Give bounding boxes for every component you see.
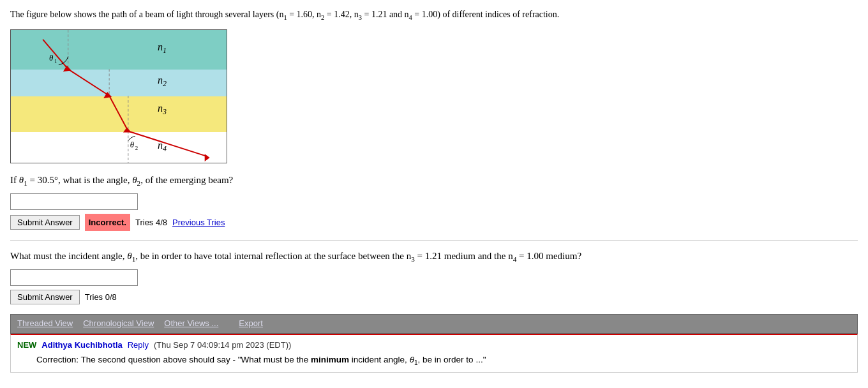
intro-paragraph: The figure below shows the path of a bea… (10, 8, 858, 23)
svg-marker-11 (205, 154, 210, 161)
svg-line-6 (68, 69, 109, 96)
comment-body: Correction: The second question above sh… (17, 354, 851, 368)
new-badge: NEW (17, 340, 36, 350)
svg-line-10 (128, 131, 207, 156)
comment-reply-link[interactable]: Reply (128, 340, 149, 350)
question2-tries: Tries 0/8 (85, 290, 117, 304)
comment-meta: (Thu Sep 7 04:09:14 pm 2023 (EDT)) (154, 340, 291, 350)
comment-header: NEW Adithya Kuchibhotla Reply (Thu Sep 7… (17, 340, 851, 350)
question1-tries: Tries 4/8 (135, 215, 167, 230)
question1-input[interactable] (10, 193, 138, 210)
svg-text:2: 2 (135, 145, 138, 151)
question2-submit-button[interactable]: Submit Answer (10, 290, 80, 304)
optics-diagram: n1 n2 n3 n4 θ (10, 29, 227, 163)
threaded-view-link[interactable]: Threaded View (17, 318, 73, 328)
discussion-links-area: Threaded View Chronological View Other V… (11, 315, 608, 333)
question2-text: What must the incident angle, θ1, be in … (10, 248, 858, 265)
other-views-link[interactable]: Other Views ... (164, 318, 218, 328)
discussion-right-panel (608, 315, 857, 333)
chronological-view-link[interactable]: Chronological View (83, 318, 154, 328)
comment-section: NEW Adithya Kuchibhotla Reply (Thu Sep 7… (10, 334, 858, 373)
question1-text: If θ1 = 30.5°, what is the angle, θ2, of… (10, 172, 858, 190)
section-divider (10, 240, 858, 241)
incorrect-badge: Incorrect. (85, 214, 130, 231)
prev-tries-link[interactable]: Previous Tries (172, 215, 225, 230)
svg-text:1: 1 (54, 57, 57, 64)
question1-block: If θ1 = 30.5°, what is the angle, θ2, of… (10, 172, 858, 232)
minimum-bold: minimum (311, 355, 349, 364)
svg-line-8 (109, 96, 128, 131)
discussion-bar: Threaded View Chronological View Other V… (10, 314, 858, 334)
svg-text:θ: θ (49, 53, 54, 62)
comment-author-link[interactable]: Adithya Kuchibhotla (41, 340, 122, 350)
question2-submit-row: Submit Answer Tries 0/8 (10, 290, 858, 304)
question2-block: What must the incident angle, θ1, be in … (10, 248, 858, 305)
figure-container: n1 n2 n3 n4 θ (10, 29, 858, 163)
svg-text:θ: θ (130, 140, 135, 149)
question1-submit-button[interactable]: Submit Answer (10, 215, 80, 230)
question2-input[interactable] (10, 269, 138, 286)
ray-diagram-svg: θ 1 θ 2 (11, 30, 227, 163)
question1-submit-row: Submit Answer Incorrect. Tries 4/8 Previ… (10, 214, 858, 231)
export-link[interactable]: Export (239, 318, 263, 328)
svg-line-4 (43, 39, 68, 69)
